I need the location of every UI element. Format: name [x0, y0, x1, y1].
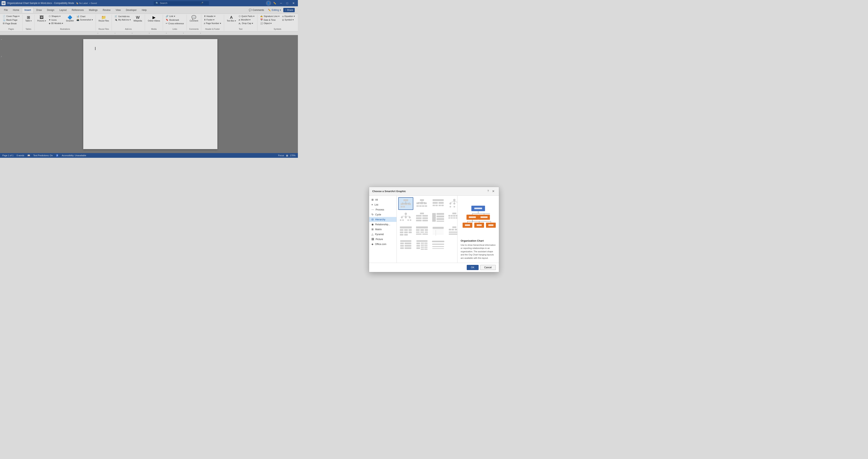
smartart-dialog-overlay: Choose a SmartArt Graphic ? ✕ ⊞ All ≡ Li… [0, 0, 298, 158]
